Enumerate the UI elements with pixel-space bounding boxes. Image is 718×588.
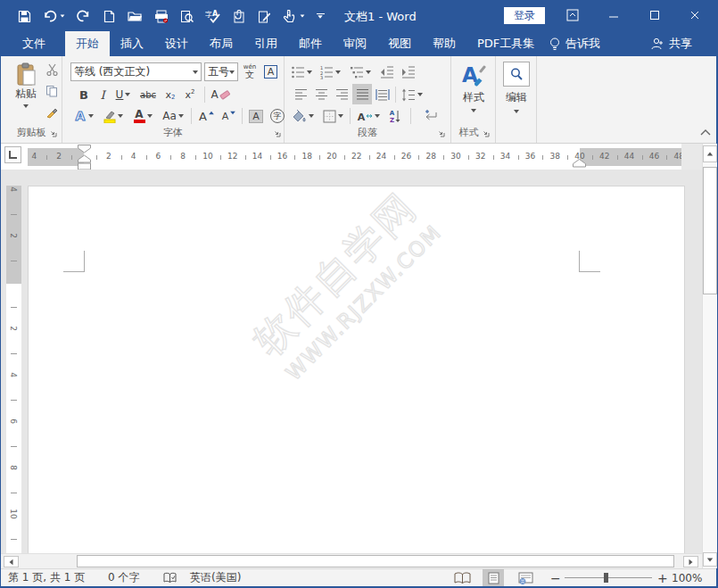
redo-icon[interactable] <box>70 4 96 28</box>
borders-button[interactable] <box>319 106 346 126</box>
edit-document-icon[interactable] <box>252 4 277 28</box>
print-layout-button[interactable] <box>483 569 504 586</box>
subscript-button[interactable]: x2 <box>161 85 180 104</box>
undo-icon[interactable] <box>37 4 70 28</box>
spelling-grammar-icon[interactable]: 字A <box>200 4 226 28</box>
zoom-in-button[interactable]: + <box>657 569 668 586</box>
font-color-button[interactable]: A <box>130 106 155 126</box>
scroll-up-icon[interactable] <box>703 145 717 162</box>
tab-review[interactable]: 审阅 <box>333 31 377 56</box>
tab-layout[interactable]: 布局 <box>199 31 243 56</box>
clear-formatting-button[interactable]: A <box>208 85 233 104</box>
horizontal-scroll-thumb[interactable] <box>77 555 674 567</box>
phonetic-guide-button[interactable]: wén 文 <box>240 62 260 81</box>
tab-insert[interactable]: 插入 <box>110 31 154 56</box>
language-indicator[interactable]: 英语(美国) <box>190 569 241 586</box>
word-count[interactable]: 0 个字 <box>108 569 139 586</box>
tab-help[interactable]: 帮助 <box>422 31 466 56</box>
crop-mark-right <box>579 251 580 272</box>
tab-design[interactable]: 设计 <box>154 31 199 56</box>
superscript-button[interactable]: x2 <box>180 85 200 104</box>
grow-font-button[interactable]: A <box>196 106 218 126</box>
highlight-color-button[interactable] <box>100 106 127 126</box>
line-spacing-button[interactable] <box>399 85 425 104</box>
paste-button[interactable]: 粘贴 <box>6 62 45 127</box>
font-size-combo[interactable]: 五号 <box>204 62 238 81</box>
web-layout-button[interactable] <box>518 569 533 586</box>
change-case-button[interactable]: Aa <box>159 106 187 126</box>
horizontal-scrollbar[interactable] <box>1 553 702 568</box>
quick-print-icon[interactable] <box>148 4 174 28</box>
show-hide-marks-button[interactable] <box>420 106 442 126</box>
character-shading-button[interactable]: A <box>246 106 266 126</box>
indent-markers[interactable] <box>78 145 91 171</box>
tab-selector[interactable] <box>4 146 21 163</box>
print-preview-icon[interactable] <box>174 4 200 28</box>
font-name-combo[interactable]: 等线 (西文正文) <box>70 62 202 81</box>
format-painter-icon[interactable] <box>45 106 58 121</box>
customize-quick-access-toolbar-icon[interactable] <box>310 4 330 28</box>
styles-button[interactable]: A 样式 <box>453 62 494 126</box>
tab-home[interactable]: 开始 <box>65 31 110 56</box>
right-indent-marker[interactable] <box>573 159 586 168</box>
tell-me-box[interactable]: 告诉我 <box>537 31 613 56</box>
hruler-number: 18 <box>298 152 316 161</box>
numbering-button[interactable]: 123 <box>318 62 342 82</box>
vertical-scrollbar[interactable] <box>702 144 717 568</box>
align-center-button[interactable] <box>312 85 330 104</box>
login-button[interactable]: 登录 <box>504 7 545 24</box>
collapse-ribbon-icon[interactable] <box>698 127 713 139</box>
ribbon-display-options-icon[interactable] <box>559 2 586 29</box>
tab-mailings[interactable]: 邮件 <box>288 31 333 56</box>
shading-button[interactable] <box>289 106 316 126</box>
read-mode-button[interactable] <box>454 569 471 586</box>
minimize-button[interactable] <box>600 2 627 29</box>
styles-dialog-launcher-icon[interactable] <box>482 129 491 138</box>
shrink-font-button[interactable]: A <box>219 106 239 126</box>
copy-icon[interactable] <box>45 85 58 100</box>
align-right-button[interactable] <box>333 85 351 104</box>
text-effects-button[interactable]: A <box>71 106 96 126</box>
sort-button[interactable]: AZ <box>384 106 406 126</box>
clipboard-dialog-launcher-icon[interactable] <box>49 129 58 138</box>
distributed-button[interactable] <box>373 85 392 104</box>
tab-pdf-tools[interactable]: PDF工具集 <box>466 31 545 56</box>
bullets-button[interactable] <box>289 62 314 82</box>
decrease-indent-button[interactable] <box>377 62 397 82</box>
zoom-slider[interactable] <box>565 577 652 578</box>
strikethrough-button[interactable]: abc <box>136 85 160 104</box>
zoom-level[interactable]: 100% <box>672 569 702 586</box>
new-document-icon[interactable] <box>96 4 122 28</box>
italic-button[interactable]: I <box>95 85 110 104</box>
share-button[interactable]: 共享 <box>650 31 692 56</box>
touch-mouse-mode-icon[interactable] <box>277 4 310 28</box>
zoom-out-button[interactable]: − <box>550 569 561 586</box>
justify-button[interactable] <box>352 84 372 104</box>
save-icon[interactable] <box>12 4 37 28</box>
vertical-ruler[interactable]: 4224681012 <box>6 186 21 553</box>
bold-button[interactable]: B <box>75 85 93 104</box>
page-indicator[interactable]: 第 1 页, 共 1 页 <box>8 569 85 586</box>
scroll-down-icon[interactable] <box>703 552 717 567</box>
close-button[interactable] <box>681 2 708 29</box>
align-left-button[interactable] <box>292 85 309 104</box>
maximize-button[interactable] <box>641 2 668 29</box>
scroll-right-icon[interactable] <box>683 556 698 567</box>
character-border-button[interactable]: A <box>261 62 280 81</box>
increase-indent-button[interactable] <box>399 62 418 82</box>
tab-references[interactable]: 引用 <box>243 31 288 56</box>
editing-button[interactable]: 编辑 <box>499 62 534 126</box>
font-dialog-launcher-icon[interactable] <box>273 129 282 138</box>
scroll-left-icon[interactable] <box>4 556 19 567</box>
character-scaling-button[interactable]: A <box>354 106 383 126</box>
multilevel-list-button[interactable] <box>348 62 373 82</box>
cut-icon[interactable] <box>45 63 59 79</box>
underline-button[interactable]: U <box>111 85 135 104</box>
proofing-icon[interactable] <box>163 569 177 586</box>
vertical-scroll-thumb[interactable] <box>703 167 717 294</box>
zoom-slider-thumb[interactable] <box>604 573 608 583</box>
tab-file[interactable]: 文件 <box>8 31 60 56</box>
tab-view[interactable]: 视图 <box>377 31 422 56</box>
attach-file-icon[interactable] <box>226 4 252 28</box>
open-folder-icon[interactable] <box>122 4 148 28</box>
